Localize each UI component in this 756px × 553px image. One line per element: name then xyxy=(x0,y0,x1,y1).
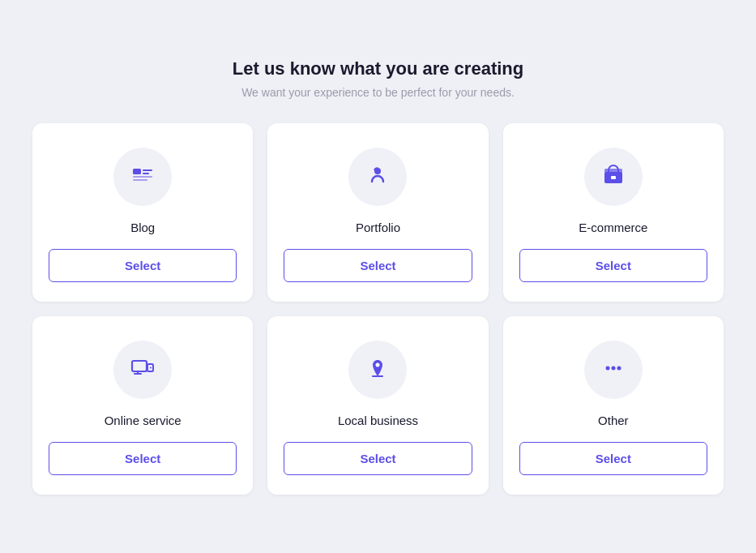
other-label: Other xyxy=(598,414,629,427)
local-business-label: Local business xyxy=(338,414,418,427)
svg-rect-8 xyxy=(611,176,616,179)
portfolio-icon-circle xyxy=(348,148,407,206)
online-service-icon xyxy=(130,355,156,384)
svg-point-12 xyxy=(376,363,380,367)
svg-rect-1 xyxy=(143,169,152,171)
online-service-icon-circle xyxy=(113,341,172,399)
online-service-label: Online service xyxy=(105,414,182,427)
svg-point-11 xyxy=(150,367,152,369)
other-select-button[interactable]: Select xyxy=(519,442,707,475)
local-business-select-button[interactable]: Select xyxy=(284,442,472,475)
blog-icon-circle xyxy=(113,148,172,206)
local-business-icon xyxy=(365,355,391,384)
card-ecommerce: E-commerce Select xyxy=(503,123,724,302)
ecommerce-label: E-commerce xyxy=(579,221,647,234)
card-portfolio: Portfolio Select xyxy=(267,123,488,302)
card-other: Other Select xyxy=(503,316,724,495)
other-icon-circle xyxy=(584,341,643,399)
online-service-select-button[interactable]: Select xyxy=(49,442,237,475)
blog-icon xyxy=(130,162,156,191)
svg-rect-0 xyxy=(133,169,141,174)
card-local-business: Local business Select xyxy=(267,316,488,495)
svg-point-13 xyxy=(605,367,609,371)
svg-rect-2 xyxy=(143,173,149,174)
blog-select-button[interactable]: Select xyxy=(49,249,237,282)
ecommerce-icon-circle xyxy=(584,148,643,206)
cards-grid: Blog Select Portfolio Select xyxy=(32,123,724,495)
portfolio-icon xyxy=(365,162,391,191)
blog-label: Blog xyxy=(130,221,155,234)
page-container: Let us know what you are creating We wan… xyxy=(16,34,740,519)
svg-point-14 xyxy=(611,367,615,371)
portfolio-label: Portfolio xyxy=(356,221,400,234)
svg-rect-7 xyxy=(604,169,622,173)
ecommerce-select-button[interactable]: Select xyxy=(519,249,707,282)
svg-point-15 xyxy=(617,367,621,371)
svg-rect-3 xyxy=(133,176,152,178)
ecommerce-icon xyxy=(600,162,626,191)
page-subtitle: We want your experience to be perfect fo… xyxy=(32,86,724,99)
portfolio-select-button[interactable]: Select xyxy=(284,249,472,282)
card-online-service: Online service Select xyxy=(32,316,253,495)
other-icon xyxy=(600,355,626,384)
page-title: Let us know what you are creating xyxy=(32,58,724,79)
svg-rect-9 xyxy=(132,361,147,371)
card-blog: Blog Select xyxy=(32,123,253,302)
page-header: Let us know what you are creating We wan… xyxy=(32,58,724,99)
svg-rect-4 xyxy=(133,179,147,181)
local-business-icon-circle xyxy=(348,341,407,399)
